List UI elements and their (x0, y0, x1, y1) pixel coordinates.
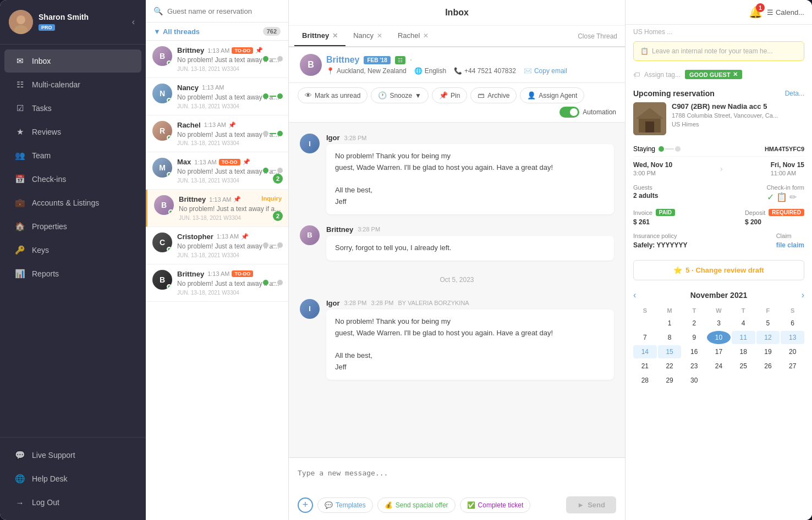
cal-day-23[interactable]: 23 (682, 359, 706, 373)
detail-link[interactable]: Deta... (785, 90, 804, 97)
cal-day-27[interactable]: 27 (781, 359, 804, 373)
sidebar-item-reports[interactable]: 📊 Reports (4, 262, 141, 285)
archive-button[interactable]: 🗃 Archive (470, 87, 517, 103)
cal-day-9[interactable]: 9 (682, 331, 706, 344)
copy-form-icon[interactable]: 📋 (776, 192, 787, 202)
thread-item[interactable]: B Brittney 1:13 AM TO-DO No problem! Jus… (146, 264, 288, 302)
sidebar-item-inbox[interactable]: ✉ Inbox (4, 49, 141, 73)
automation-switch[interactable] (559, 107, 579, 118)
sidebar-item-multi-calendar[interactable]: ☷ Multi-calendar (4, 73, 141, 96)
cal-day-6[interactable]: 6 (781, 317, 804, 330)
cal-day-5[interactable]: 5 (756, 317, 780, 330)
cal-day-7[interactable]: 7 (633, 331, 657, 344)
send-icon: ► (577, 501, 584, 509)
pin-button[interactable]: 📌 Pin (432, 87, 467, 103)
sidebar-item-log-out[interactable]: → Log Out (4, 491, 141, 514)
thread-avatar-1: N (152, 84, 172, 103)
thread-item[interactable]: M Max 1:13 AM TO-DO 📌 No problem! Just a… (146, 152, 288, 190)
thread-time-0: 1:13 AM (207, 47, 229, 54)
cal-day-21[interactable]: 21 (633, 359, 657, 373)
sidebar-item-reviews[interactable]: ★ Reviews (4, 120, 141, 143)
cal-day-16[interactable]: 16 (682, 345, 706, 358)
complete-ticket-button[interactable]: ✅ Complete ticket (460, 497, 531, 513)
cal-day-25[interactable]: 25 (732, 359, 755, 373)
compose-plus-button[interactable]: + (298, 497, 313, 513)
search-input[interactable] (167, 7, 281, 15)
templates-button[interactable]: 💬 Templates (317, 497, 373, 513)
assign-tag-row: 🏷 Assign tag... GOOD GUEST ✕ (626, 67, 812, 82)
tab-nancy-close[interactable]: ✕ (377, 32, 382, 40)
send-button[interactable]: ► Send (566, 496, 616, 513)
assign-agent-button[interactable]: 👤 Assign Agent (520, 87, 584, 103)
tab-brittney-close[interactable]: ✕ (332, 32, 338, 40)
cal-day-2[interactable]: 2 (682, 317, 706, 330)
cal-day-8[interactable]: 8 (658, 331, 682, 344)
sidebar-item-multi-calendar-label: Multi-calendar (32, 80, 80, 89)
cal-day-18[interactable]: 18 (732, 345, 755, 358)
cal-day-15[interactable]: 15 (658, 345, 682, 358)
cal-day-26[interactable]: 26 (756, 359, 780, 373)
sidebar-item-team[interactable]: 👥 Team (4, 144, 141, 167)
thread-item[interactable]: R Rachel 1:13 AM 📌 No problem! Just a te… (146, 115, 288, 153)
cal-prev-button[interactable]: ‹ (633, 290, 636, 300)
close-thread-button[interactable]: Close Thread (578, 32, 617, 40)
cal-day-22[interactable]: 22 (658, 359, 682, 373)
calendar-button[interactable]: ☰ Calend... (767, 8, 804, 16)
collapse-button[interactable]: ‹ (130, 15, 137, 29)
review-draft-button[interactable]: ⭐ 5 · Change review draft (633, 260, 804, 280)
sidebar-item-tasks[interactable]: ☑ Tasks (4, 97, 141, 120)
sidebar-item-help-desk[interactable]: 🌐 Help Desk (4, 467, 141, 490)
thread-item[interactable]: N Nancy 1:13 AM No problem! Just a text … (146, 78, 288, 115)
msg-sender-0: Igor (326, 134, 340, 142)
thread-item[interactable]: C Cristopher 1:13 AM 📌 No problem! Just … (146, 227, 288, 264)
sidebar-item-inbox-label: Inbox (32, 57, 51, 65)
chat-title: Inbox (445, 8, 469, 18)
sidebar-item-check-ins[interactable]: 📅 Check-ins (4, 168, 141, 191)
cal-day-24[interactable]: 24 (707, 359, 731, 373)
cal-day-4[interactable]: 4 (732, 317, 755, 330)
thread-name-4: Brittney (179, 195, 206, 203)
internal-note[interactable]: 📋 Leave an internal note for your team h… (633, 41, 804, 61)
sidebar-item-live-support[interactable]: 💬 Live Support (4, 444, 141, 467)
thread-item[interactable]: B Brittney 1:13 AM TO-DO 📌 No problem! J… (146, 41, 288, 78)
cal-day-10[interactable]: 10 (707, 331, 731, 344)
cal-day-11[interactable]: 11 (732, 331, 755, 344)
copy-email-btn[interactable]: Copy email (534, 67, 567, 75)
review-draft-label: 5 · Change review draft (685, 266, 764, 274)
tab-rachel-close[interactable]: ✕ (423, 32, 429, 40)
cal-day-13[interactable]: 13 (781, 331, 804, 344)
cal-day-30[interactable]: 30 (682, 374, 706, 387)
notification-button[interactable]: 🔔 1 (749, 5, 762, 19)
msg-sender-2: Igor (326, 299, 340, 307)
cal-day-19[interactable]: 19 (756, 345, 780, 358)
tab-rachel[interactable]: Rachel ✕ (390, 26, 436, 46)
cal-day-29[interactable]: 29 (658, 374, 682, 387)
snooze-button[interactable]: 🕐 Snooze ▼ (371, 87, 429, 103)
tag-remove-icon[interactable]: ✕ (733, 71, 738, 78)
tab-nancy[interactable]: Nancy ✕ (345, 26, 390, 46)
msg-header-0: Igor 3:28 PM (326, 134, 614, 142)
all-threads-filter[interactable]: ▼ All threads (153, 27, 202, 36)
claim-value[interactable]: file claim (776, 241, 804, 249)
compose-input[interactable] (298, 464, 616, 490)
cal-day-12[interactable]: 12 (756, 331, 780, 344)
cal-day-1[interactable]: 1 (658, 317, 682, 330)
cal-day-20[interactable]: 20 (781, 345, 804, 358)
sidebar-item-live-support-label: Live Support (32, 451, 75, 460)
arrow-between-dates-icon: › (716, 164, 727, 173)
msg-content-0: Igor 3:28 PM No problem! Thank you for b… (326, 134, 614, 214)
cal-day-14[interactable]: 14 (633, 345, 657, 358)
good-guest-tag[interactable]: GOOD GUEST ✕ (685, 70, 742, 79)
sidebar-item-keys[interactable]: 🔑 Keys (4, 239, 141, 262)
sidebar-item-properties[interactable]: 🏠 Properties (4, 215, 141, 238)
sidebar-item-accounts-listings[interactable]: 💼 Accounts & Listings (4, 191, 141, 214)
send-offer-button[interactable]: 💰 Send spacial offer (377, 497, 456, 513)
cal-next-button[interactable]: › (802, 290, 804, 300)
thread-item-active[interactable]: B Brittney 1:13 AM 📌 No problem! Just a … (146, 190, 288, 227)
mark-unread-button[interactable]: 👁 Mark as unread (298, 87, 367, 103)
cal-day-3[interactable]: 3 (707, 317, 731, 330)
cal-day-28[interactable]: 28 (633, 374, 657, 387)
edit-form-icon[interactable]: ✏ (789, 192, 797, 202)
tab-brittney[interactable]: Brittney ✕ (294, 26, 345, 46)
cal-day-17[interactable]: 17 (707, 345, 731, 358)
